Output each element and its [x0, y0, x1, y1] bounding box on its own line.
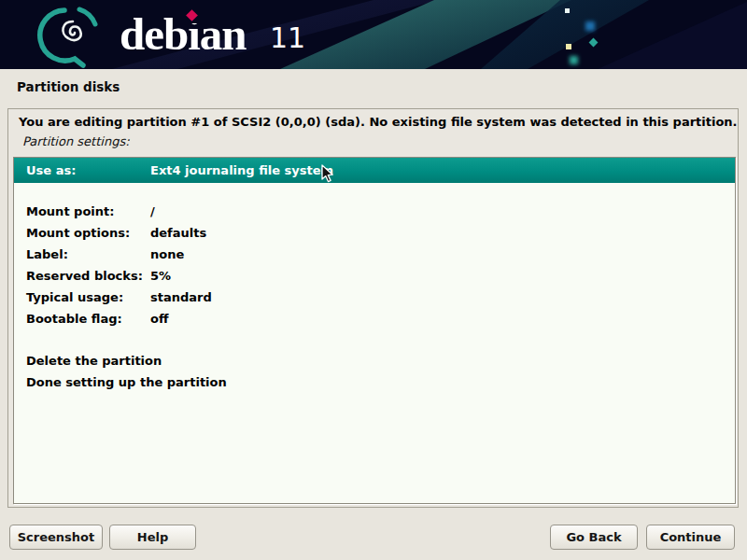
setting-value: standard	[150, 290, 212, 304]
banner: debian 11	[0, 0, 747, 69]
setting-row[interactable]: Label:none	[14, 244, 735, 265]
setting-value: none	[150, 247, 184, 261]
version-text: 11	[270, 0, 305, 69]
setting-label: Typical usage:	[14, 290, 150, 304]
setting-label: Mount options:	[14, 226, 150, 240]
setting-label: Done setting up the partition	[14, 375, 150, 389]
setting-action-row[interactable]: Delete the partition	[14, 350, 735, 371]
setting-row[interactable]: Typical usage:standard	[14, 287, 735, 308]
setting-row[interactable]: Use as:Ext4 journaling file system	[14, 158, 735, 183]
partition-settings-list[interactable]: Use as:Ext4 journaling file systemMount …	[13, 157, 736, 504]
setting-label: Use as:	[14, 163, 150, 177]
go-back-button[interactable]: Go Back	[550, 525, 638, 550]
setting-label: Label:	[14, 247, 150, 261]
page-title: Partition disks	[17, 79, 120, 94]
screenshot-button[interactable]: Screenshot	[9, 525, 103, 550]
setting-label: Delete the partition	[14, 354, 150, 368]
setting-label: Mount point:	[14, 204, 150, 218]
brand-wordmark: debian	[120, 8, 247, 60]
setting-value: /	[150, 204, 155, 218]
spacer-row	[14, 329, 735, 350]
setting-label: Bootable flag:	[14, 312, 150, 326]
partition-settings-caption: Partition settings:	[22, 134, 130, 148]
setting-value: defaults	[150, 226, 206, 240]
help-button[interactable]: Help	[109, 525, 196, 550]
setting-action-row[interactable]: Done setting up the partition	[14, 371, 735, 393]
continue-button[interactable]: Continue	[646, 525, 735, 550]
setting-row[interactable]: Reserved blocks:5%	[14, 265, 735, 287]
brand-text: debian	[120, 2, 247, 67]
setting-value: 5%	[150, 269, 171, 283]
setting-row[interactable]: Bootable flag:off	[14, 308, 735, 329]
setting-value: Ext4 journaling file system	[150, 163, 333, 177]
spacer-row	[14, 183, 735, 201]
partition-panel: You are editing partition #1 of SCSI2 (0…	[7, 108, 739, 508]
debian-swirl-icon	[37, 3, 108, 68]
banner-decoration	[0, 0, 747, 69]
header-strip: Partition disks	[0, 69, 747, 108]
setting-row[interactable]: Mount point:/	[14, 201, 735, 222]
partition-message: You are editing partition #1 of SCSI2 (0…	[19, 115, 738, 129]
setting-label: Reserved blocks:	[14, 269, 150, 283]
setting-value: off	[150, 312, 168, 326]
setting-row[interactable]: Mount options:defaults	[14, 222, 735, 244]
